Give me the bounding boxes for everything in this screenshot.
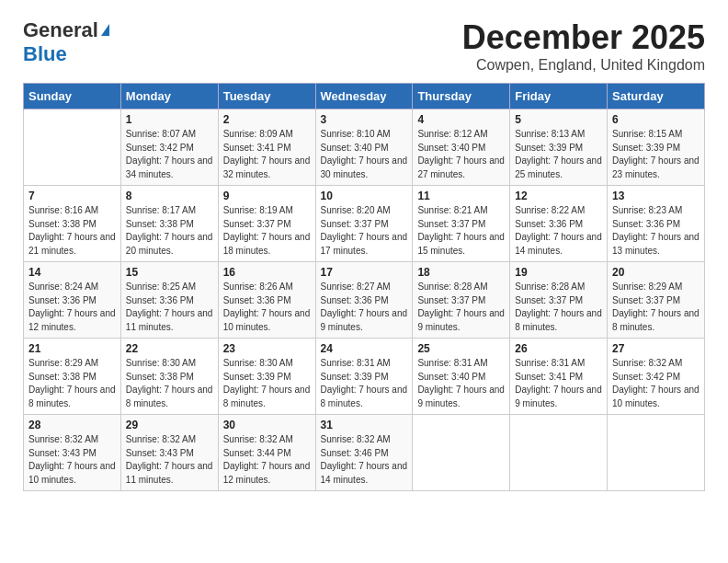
day-number: 2	[223, 113, 311, 126]
logo-icon	[101, 24, 109, 36]
calendar-cell: 10Sunrise: 8:20 AM Sunset: 3:37 PM Dayli…	[315, 186, 413, 262]
calendar-cell: 30Sunrise: 8:32 AM Sunset: 3:44 PM Dayli…	[218, 415, 315, 491]
day-number: 6	[612, 113, 700, 126]
day-content: Sunrise: 8:32 AM Sunset: 3:44 PM Dayligh…	[223, 433, 311, 487]
day-content: Sunrise: 8:24 AM Sunset: 3:36 PM Dayligh…	[28, 281, 116, 334]
calendar-cell: 21Sunrise: 8:29 AM Sunset: 3:38 PM Dayli…	[24, 339, 121, 415]
month-title: December 2025	[462, 18, 705, 57]
day-content: Sunrise: 8:25 AM Sunset: 3:36 PM Dayligh…	[126, 281, 213, 334]
calendar-cell: 18Sunrise: 8:28 AM Sunset: 3:37 PM Dayli…	[413, 262, 510, 339]
calendar-cell: 9Sunrise: 8:19 AM Sunset: 3:37 PM Daylig…	[218, 186, 315, 262]
day-number: 14	[28, 266, 116, 279]
day-number: 1	[126, 113, 213, 126]
calendar-cell: 25Sunrise: 8:31 AM Sunset: 3:40 PM Dayli…	[413, 339, 510, 415]
day-content: Sunrise: 8:15 AM Sunset: 3:39 PM Dayligh…	[612, 128, 700, 181]
day-of-week-header: Saturday	[608, 84, 705, 109]
day-of-week-header: Sunday	[24, 84, 121, 109]
day-content: Sunrise: 8:31 AM Sunset: 3:40 PM Dayligh…	[417, 357, 505, 410]
day-number: 3	[321, 113, 408, 126]
calendar-cell: 28Sunrise: 8:32 AM Sunset: 3:43 PM Dayli…	[24, 415, 121, 491]
calendar-cell	[24, 109, 121, 186]
calendar-cell: 5Sunrise: 8:13 AM Sunset: 3:39 PM Daylig…	[510, 109, 608, 186]
day-content: Sunrise: 8:29 AM Sunset: 3:38 PM Dayligh…	[28, 357, 116, 410]
day-number: 25	[417, 342, 505, 355]
day-number: 4	[417, 113, 505, 126]
calendar-cell: 26Sunrise: 8:31 AM Sunset: 3:41 PM Dayli…	[510, 339, 608, 415]
day-content: Sunrise: 8:26 AM Sunset: 3:36 PM Dayligh…	[223, 281, 311, 334]
logo-text-general: General	[23, 18, 98, 42]
calendar-cell: 20Sunrise: 8:29 AM Sunset: 3:37 PM Dayli…	[608, 262, 705, 339]
calendar-cell: 27Sunrise: 8:32 AM Sunset: 3:42 PM Dayli…	[608, 339, 705, 415]
calendar-cell: 2Sunrise: 8:09 AM Sunset: 3:41 PM Daylig…	[218, 109, 315, 186]
day-content: Sunrise: 8:16 AM Sunset: 3:38 PM Dayligh…	[28, 204, 116, 258]
day-number: 8	[126, 190, 213, 202]
day-content: Sunrise: 8:23 AM Sunset: 3:36 PM Dayligh…	[612, 204, 700, 258]
calendar-week-row: 7Sunrise: 8:16 AM Sunset: 3:38 PM Daylig…	[24, 186, 705, 262]
calendar-cell: 19Sunrise: 8:28 AM Sunset: 3:37 PM Dayli…	[510, 262, 608, 339]
day-content: Sunrise: 8:28 AM Sunset: 3:37 PM Dayligh…	[515, 281, 602, 334]
header: General Blue December 2025 Cowpen, Engla…	[23, 18, 705, 74]
day-content: Sunrise: 8:30 AM Sunset: 3:38 PM Dayligh…	[126, 357, 213, 410]
day-number: 24	[321, 342, 408, 355]
day-number: 21	[28, 342, 116, 355]
day-content: Sunrise: 8:29 AM Sunset: 3:37 PM Dayligh…	[612, 281, 700, 334]
calendar-table: SundayMondayTuesdayWednesdayThursdayFrid…	[23, 83, 705, 491]
day-content: Sunrise: 8:27 AM Sunset: 3:36 PM Dayligh…	[321, 281, 408, 334]
day-number: 12	[515, 190, 602, 202]
calendar-cell: 6Sunrise: 8:15 AM Sunset: 3:39 PM Daylig…	[608, 109, 705, 186]
calendar-cell: 31Sunrise: 8:32 AM Sunset: 3:46 PM Dayli…	[315, 415, 413, 491]
calendar-cell: 3Sunrise: 8:10 AM Sunset: 3:40 PM Daylig…	[315, 109, 413, 186]
day-number: 30	[223, 419, 311, 431]
day-content: Sunrise: 8:17 AM Sunset: 3:38 PM Dayligh…	[126, 204, 213, 258]
logo: General Blue	[23, 18, 109, 66]
day-number: 9	[223, 190, 311, 202]
day-content: Sunrise: 8:07 AM Sunset: 3:42 PM Dayligh…	[126, 128, 213, 181]
calendar-cell	[413, 415, 510, 491]
calendar-week-row: 14Sunrise: 8:24 AM Sunset: 3:36 PM Dayli…	[24, 262, 705, 339]
day-content: Sunrise: 8:31 AM Sunset: 3:39 PM Dayligh…	[321, 357, 408, 410]
calendar-cell	[510, 415, 608, 491]
day-number: 31	[321, 419, 408, 431]
day-number: 7	[28, 190, 116, 202]
day-content: Sunrise: 8:12 AM Sunset: 3:40 PM Dayligh…	[417, 128, 505, 181]
calendar-cell: 13Sunrise: 8:23 AM Sunset: 3:36 PM Dayli…	[608, 186, 705, 262]
day-of-week-header: Monday	[120, 84, 218, 109]
day-number: 28	[28, 419, 116, 431]
day-number: 13	[612, 190, 700, 202]
calendar-cell: 12Sunrise: 8:22 AM Sunset: 3:36 PM Dayli…	[510, 186, 608, 262]
day-content: Sunrise: 8:20 AM Sunset: 3:37 PM Dayligh…	[321, 204, 408, 258]
location: Cowpen, England, United Kingdom	[462, 57, 705, 74]
day-of-week-header: Friday	[510, 84, 608, 109]
day-content: Sunrise: 8:19 AM Sunset: 3:37 PM Dayligh…	[223, 204, 311, 258]
day-number: 11	[417, 190, 505, 202]
calendar-header-row: SundayMondayTuesdayWednesdayThursdayFrid…	[24, 84, 705, 109]
calendar-cell	[608, 415, 705, 491]
day-number: 19	[515, 266, 602, 279]
day-content: Sunrise: 8:31 AM Sunset: 3:41 PM Dayligh…	[515, 357, 602, 410]
day-content: Sunrise: 8:30 AM Sunset: 3:39 PM Dayligh…	[223, 357, 311, 410]
day-number: 15	[126, 266, 213, 279]
day-content: Sunrise: 8:10 AM Sunset: 3:40 PM Dayligh…	[321, 128, 408, 181]
calendar-week-row: 1Sunrise: 8:07 AM Sunset: 3:42 PM Daylig…	[24, 109, 705, 186]
calendar-cell: 24Sunrise: 8:31 AM Sunset: 3:39 PM Dayli…	[315, 339, 413, 415]
day-content: Sunrise: 8:32 AM Sunset: 3:43 PM Dayligh…	[28, 433, 116, 487]
day-of-week-header: Wednesday	[315, 84, 413, 109]
day-content: Sunrise: 8:32 AM Sunset: 3:42 PM Dayligh…	[612, 357, 700, 410]
calendar-cell: 22Sunrise: 8:30 AM Sunset: 3:38 PM Dayli…	[120, 339, 218, 415]
day-number: 5	[515, 113, 602, 126]
day-number: 17	[321, 266, 408, 279]
calendar-cell: 15Sunrise: 8:25 AM Sunset: 3:36 PM Dayli…	[120, 262, 218, 339]
day-content: Sunrise: 8:13 AM Sunset: 3:39 PM Dayligh…	[515, 128, 602, 181]
day-content: Sunrise: 8:32 AM Sunset: 3:46 PM Dayligh…	[321, 433, 408, 487]
day-number: 27	[612, 342, 700, 355]
day-content: Sunrise: 8:09 AM Sunset: 3:41 PM Dayligh…	[223, 128, 311, 181]
day-number: 18	[417, 266, 505, 279]
day-number: 26	[515, 342, 602, 355]
day-number: 23	[223, 342, 311, 355]
calendar-cell: 4Sunrise: 8:12 AM Sunset: 3:40 PM Daylig…	[413, 109, 510, 186]
day-number: 20	[612, 266, 700, 279]
calendar-cell: 23Sunrise: 8:30 AM Sunset: 3:39 PM Dayli…	[218, 339, 315, 415]
calendar-cell: 7Sunrise: 8:16 AM Sunset: 3:38 PM Daylig…	[24, 186, 121, 262]
calendar-cell: 17Sunrise: 8:27 AM Sunset: 3:36 PM Dayli…	[315, 262, 413, 339]
calendar-cell: 1Sunrise: 8:07 AM Sunset: 3:42 PM Daylig…	[120, 109, 218, 186]
